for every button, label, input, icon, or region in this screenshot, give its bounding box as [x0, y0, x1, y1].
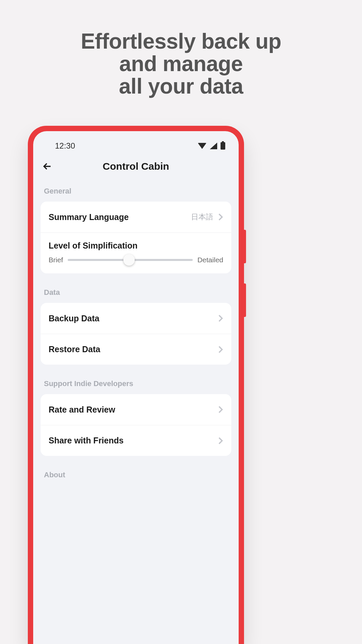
chevron-right-icon	[218, 406, 223, 414]
section-label-support: Support Indie Developers	[41, 379, 231, 394]
row-restore-data[interactable]: Restore Data	[41, 334, 231, 365]
row-title: Backup Data	[49, 314, 99, 323]
row-title: Share with Friends	[49, 436, 124, 445]
phone-screen: 12:30 Control Cabin General Summary Lang…	[33, 131, 239, 644]
status-time: 12:30	[55, 141, 75, 151]
card-general: Summary Language 日本語 Level of Simplifica…	[41, 202, 231, 273]
chevron-right-icon	[218, 213, 223, 221]
simplification-slider[interactable]	[68, 259, 193, 261]
chevron-right-icon	[218, 345, 223, 354]
section-label-about: About	[41, 471, 231, 485]
wifi-icon	[198, 143, 206, 149]
slider-thumb[interactable]	[123, 254, 135, 266]
nav-bar: Control Cabin	[33, 151, 239, 175]
row-backup-data[interactable]: Backup Data	[41, 303, 231, 334]
row-share-friends[interactable]: Share with Friends	[41, 425, 231, 456]
arrow-left-icon	[42, 161, 53, 172]
headline-line1: Effortlessly back up	[0, 30, 362, 53]
phone-frame: 12:30 Control Cabin General Summary Lang…	[28, 126, 244, 644]
row-rate-review[interactable]: Rate and Review	[41, 394, 231, 425]
row-title: Summary Language	[49, 212, 129, 222]
row-title: Rate and Review	[49, 405, 115, 415]
slider-max-label: Detailed	[197, 256, 223, 264]
battery-icon	[221, 142, 225, 150]
chevron-right-icon	[218, 314, 223, 322]
status-bar: 12:30	[33, 131, 239, 151]
signal-icon	[210, 143, 217, 149]
card-data: Backup Data Restore Data	[41, 303, 231, 365]
settings-content: General Summary Language 日本語 Level of Si…	[33, 175, 239, 485]
row-value: 日本語	[191, 212, 213, 222]
row-title: Level of Simplification	[49, 241, 223, 251]
phone-side-button	[244, 230, 246, 263]
headline-line3: all your data	[0, 75, 362, 98]
phone-side-button	[244, 283, 246, 317]
section-label-general: General	[41, 187, 231, 202]
row-summary-language[interactable]: Summary Language 日本語	[41, 202, 231, 232]
row-title: Restore Data	[49, 344, 100, 354]
row-simplification: Level of Simplification Brief Detailed	[41, 232, 231, 273]
card-support: Rate and Review Share with Friends	[41, 394, 231, 456]
headline-line2: and manage	[0, 53, 362, 75]
back-button[interactable]	[41, 160, 54, 173]
page-title: Control Cabin	[41, 161, 231, 172]
slider-container: Brief Detailed	[49, 256, 223, 264]
row-right: 日本語	[191, 212, 223, 222]
promo-headline: Effortlessly back up and manage all your…	[0, 0, 362, 98]
chevron-right-icon	[218, 437, 223, 445]
section-label-data: Data	[41, 288, 231, 303]
status-icons	[198, 142, 225, 150]
slider-min-label: Brief	[49, 256, 63, 264]
